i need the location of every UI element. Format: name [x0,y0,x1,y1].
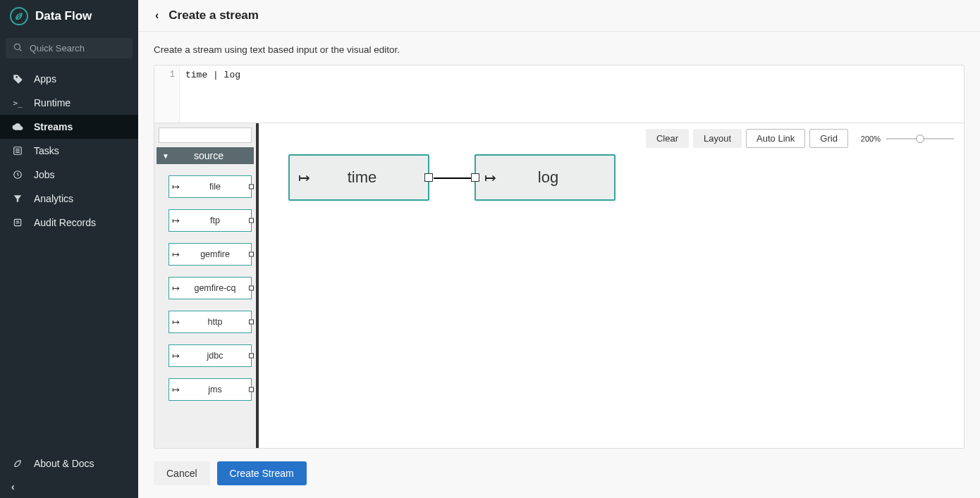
source-arrow-icon: ↦ [169,283,182,294]
gutter: 1 [154,66,180,123]
palette-item-label: jms [182,385,251,394]
chevron-left-icon: ‹ [11,481,15,492]
palette-item-label: ftp [182,216,251,225]
back-button[interactable]: ‹ [155,9,159,22]
palette-item-jms[interactable]: ↦ jms [169,378,252,401]
text-editor[interactable]: 1 time | log [154,66,964,123]
sidebar-item-label: Analytics [34,193,73,204]
main: ‹ Create a stream Create a stream using … [138,0,980,498]
output-port[interactable] [249,320,254,325]
sidebar-item-runtime[interactable]: >_ Runtime [0,91,138,115]
node-log[interactable]: ↦ log [474,154,615,201]
chevron-left-icon: ‹ [155,9,159,21]
layout-button[interactable]: Layout [693,129,742,148]
sidebar-item-label: About & Docs [34,458,94,469]
sidebar-nav: Apps >_ Runtime Streams Tasks Jobs [0,67,138,235]
leaf-logo-icon [10,7,28,25]
filter-icon [11,194,24,204]
list-icon [11,146,24,156]
output-port[interactable] [249,286,254,291]
output-port[interactable] [249,185,254,189]
palette-item-label: file [182,182,251,192]
brand: Data Flow [0,0,138,32]
zoom-control: 200% [861,135,954,143]
tag-icon [11,74,24,85]
code-area[interactable]: time | log [180,66,964,123]
terminal-icon: >_ [11,99,24,108]
source-arrow-icon: ↦ [169,216,182,226]
cancel-button[interactable]: Cancel [154,461,210,485]
cloud-icon [11,121,24,132]
source-arrow-icon: ↦ [169,249,182,260]
page-header: ‹ Create a stream [138,0,980,32]
sidebar-item-analytics[interactable]: Analytics [0,187,138,211]
palette-item-label: gemfire-cq [182,283,251,293]
palette-item-gemfire-cq[interactable]: ↦ gemfire-cq [169,277,252,299]
page-body: Create a stream using text based input o… [138,32,980,461]
quick-search-input[interactable] [28,42,125,54]
records-icon [11,218,24,228]
palette-item-file[interactable]: ↦ file [169,175,252,198]
palette-item-http[interactable]: ↦ http [169,311,252,333]
zoom-label: 200% [861,135,881,143]
sidebar-item-apps[interactable]: Apps [0,67,138,91]
zoom-slider[interactable] [886,138,954,139]
search-icon [13,42,23,54]
sidebar-item-label: Tasks [34,145,59,156]
source-arrow-icon: ↦ [169,351,182,361]
palette-category-header[interactable]: ▼ source [157,147,254,164]
source-arrow-icon: ↦ [169,385,182,395]
clock-icon [11,170,24,180]
node-label: log [505,168,606,187]
palette-search-input[interactable] [159,127,252,143]
sidebar-bottom: About & Docs ‹ [0,452,138,498]
canvas-toolbar: Clear Layout Auto Link Grid 200% [646,129,954,148]
palette-item-gemfire[interactable]: ↦ gemfire [169,243,252,266]
palette-item-label: http [182,317,251,327]
output-port[interactable] [249,354,254,359]
sidebar-item-audit-records[interactable]: Audit Records [0,211,138,235]
palette-item-ftp[interactable]: ↦ ftp [169,209,252,232]
palette-category-label: source [176,150,248,161]
editor-panel: 1 time | log ▼ source ↦ [154,65,964,449]
sidebar-item-label: Jobs [34,169,55,180]
palette-search[interactable] [159,127,252,143]
input-port[interactable] [471,173,479,182]
source-arrow-icon: ↦ [169,317,182,328]
output-port[interactable] [424,173,433,182]
brand-name: Data Flow [35,9,92,23]
sidebar-item-tasks[interactable]: Tasks [0,139,138,163]
output-port[interactable] [249,387,254,392]
palette-item-label: gemfire [182,249,251,259]
output-port[interactable] [249,218,254,223]
sidebar-item-label: Audit Records [34,217,96,228]
quick-search[interactable] [6,38,133,58]
canvas[interactable]: Clear Layout Auto Link Grid 200% [259,123,964,448]
sidebar-collapse-toggle[interactable]: ‹ [0,475,138,498]
sidebar-item-label: Streams [34,121,73,132]
footer-actions: Cancel Create Stream [138,461,980,498]
output-port[interactable] [249,252,254,257]
autolink-button[interactable]: Auto Link [746,129,805,148]
sidebar-item-streams[interactable]: Streams [0,115,138,139]
page-description: Create a stream using text based input o… [154,44,964,55]
sidebar: Data Flow Apps >_ Runtime Streams [0,0,138,498]
palette-list[interactable]: ↦ file ↦ ftp ↦ gemfire [154,164,256,448]
triangle-down-icon: ▼ [162,152,169,160]
sidebar-item-label: Runtime [34,97,71,108]
source-arrow-icon: ↦ [298,169,310,186]
palette: ▼ source ↦ file ↦ ftp [154,123,259,448]
sidebar-item-about-docs[interactable]: About & Docs [0,452,138,475]
node-time[interactable]: ↦ time [288,154,429,201]
clear-button[interactable]: Clear [646,129,689,148]
source-arrow-icon: ↦ [169,182,182,192]
zoom-slider-handle[interactable] [916,135,924,143]
svg-point-0 [14,44,20,49]
create-stream-button[interactable]: Create Stream [217,461,307,485]
line-number: 1 [154,70,175,80]
node-link[interactable] [434,178,472,179]
sidebar-item-jobs[interactable]: Jobs [0,163,138,187]
grid-button[interactable]: Grid [809,129,848,148]
palette-item-jdbc[interactable]: ↦ jdbc [169,344,252,367]
svg-line-1 [20,49,22,51]
